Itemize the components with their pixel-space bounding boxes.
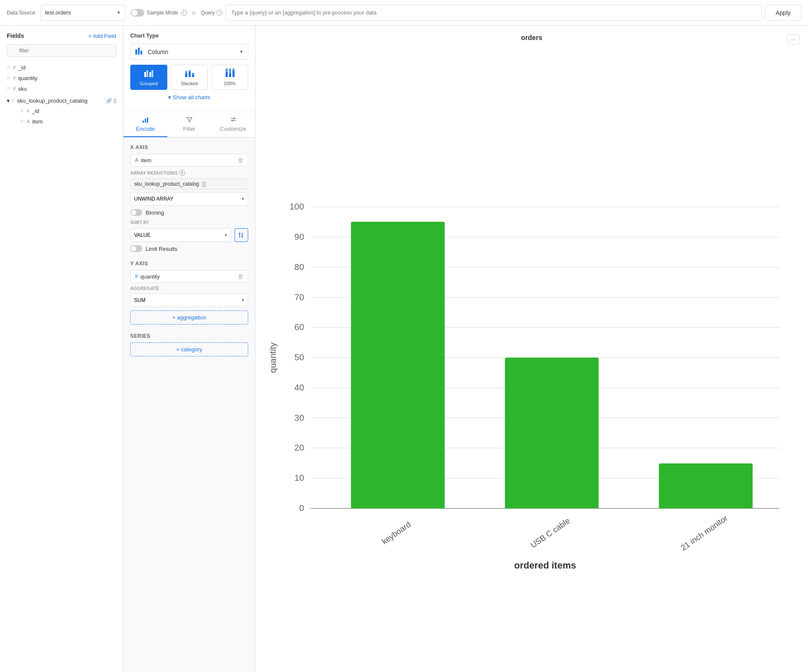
drag-handle-icon: ⠿ (7, 65, 10, 70)
apply-button[interactable]: Apply (765, 5, 801, 21)
column-chart-icon (135, 47, 144, 57)
x-axis-title: X Axis (130, 144, 248, 150)
field-group-children: ⠿ # _id ⠿ A item (7, 106, 116, 127)
svg-text:90: 90 (295, 232, 304, 241)
sort-controls: VALUE FIELD MANUAL (130, 228, 248, 242)
unwind-array-select[interactable]: UNWIND ARRAY FIRST LAST MIN MAX (130, 192, 248, 206)
field-name-sku: sku (18, 86, 116, 92)
x-axis-field-tag: A item 🗑 (130, 154, 248, 167)
filter-wrap: 🔍 (0, 44, 123, 62)
add-field-button[interactable]: + Add Field (89, 33, 116, 39)
svg-rect-11 (192, 75, 194, 77)
bar-monitor (659, 463, 753, 508)
drag-handle-icon: ⠿ (7, 76, 10, 80)
field-item-id[interactable]: ⠿ # _id (0, 62, 123, 73)
svg-rect-4 (146, 70, 148, 77)
chart-type-dropdown[interactable]: Column ▼ (130, 44, 248, 60)
chevron-down-icon: ▼ (117, 10, 121, 15)
array-icon[interactable]: [] (114, 98, 116, 103)
group-collapse-icon: ▾ (7, 98, 10, 104)
svg-text:20: 20 (295, 442, 304, 452)
field-item-group-id[interactable]: ⠿ # _id (14, 106, 116, 116)
series-section: Series + category (130, 333, 248, 356)
svg-rect-12 (192, 73, 194, 75)
y-field-type-icon: # (135, 273, 138, 279)
unwind-array-select-wrap: UNWIND ARRAY FIRST LAST MIN MAX (130, 192, 248, 206)
x-field-type-icon: A (135, 157, 138, 163)
field-type-number-icon: # (13, 86, 16, 91)
tab-filter[interactable]: Filter (167, 112, 211, 137)
svg-rect-0 (135, 49, 137, 55)
array-reductions-info-icon[interactable]: i (179, 170, 185, 176)
chart-subtype-stacked[interactable]: Stacked (171, 65, 208, 90)
chart-subtype-100[interactable]: 100% (211, 65, 248, 90)
arrow-divider-icon: » (192, 9, 196, 17)
drag-handle-icon: ⠿ (20, 119, 23, 124)
datasource-dropdown[interactable]: test.orders ▼ (40, 5, 126, 21)
query-section: Query i Apply (201, 5, 801, 21)
svg-text:USB C cable: USB C cable (529, 516, 571, 550)
svg-rect-9 (189, 72, 191, 77)
bar-usb-cable (505, 358, 599, 508)
field-item-quantity[interactable]: ⠿ # quantity (0, 73, 123, 83)
chevron-icon: ▾ (168, 94, 173, 101)
tab-encode[interactable]: Encode (123, 112, 167, 137)
datasource-value: test.orders (45, 9, 71, 16)
aggregate-title: AGGREGATE (130, 286, 248, 291)
sample-mode-toggle[interactable] (131, 9, 144, 17)
sort-by-select[interactable]: VALUE FIELD MANUAL (130, 228, 231, 242)
x-field-delete-button[interactable]: 🗑 (238, 157, 244, 164)
limit-results-toggle[interactable] (130, 245, 142, 252)
field-name-group-id: _id (32, 108, 109, 114)
array-field-tag: sku_lookup_product_catalog [] (130, 178, 248, 190)
svg-rect-1 (138, 48, 140, 55)
show-all-charts-button[interactable]: ▾ Show all charts (130, 90, 248, 105)
filter-input[interactable] (7, 44, 116, 57)
y-axis-field-tag: # quantity 🗑 (130, 270, 248, 283)
hundred-label: 100% (223, 81, 235, 86)
binning-row: Binning (130, 209, 248, 216)
svg-text:30: 30 (295, 413, 304, 422)
series-title: Series (130, 333, 248, 339)
lookup-icon[interactable]: 🔗 (106, 98, 112, 103)
add-aggregation-button[interactable]: + aggregation (130, 310, 248, 325)
array-field-name: sku_lookup_product_catalog (134, 181, 199, 187)
center-panel: Chart Type Column ▼ Grouped (123, 26, 255, 672)
chart-header: orders ··· (264, 34, 799, 42)
grouped-chart-icon (144, 69, 154, 79)
encode-icon (142, 116, 149, 124)
stacked-label: Stacked (181, 81, 198, 86)
aggregate-select[interactable]: SUM AVG MIN MAX COUNT (130, 293, 248, 307)
binning-toggle[interactable] (130, 209, 142, 216)
add-category-button[interactable]: + category (130, 342, 248, 356)
chart-subtypes: Grouped Stacked 100% (130, 65, 248, 90)
svg-rect-14 (226, 69, 228, 72)
svg-rect-7 (185, 74, 187, 77)
field-item-item[interactable]: ⠿ A item (14, 116, 116, 127)
tab-customize[interactable]: Customize (211, 112, 255, 137)
svg-rect-2 (140, 51, 142, 55)
field-group-header[interactable]: ▾ ⠿ sku_lookup_product_catalog 🔗 [] (7, 96, 116, 106)
chart-area: 100 90 80 70 60 50 40 30 20 10 0 quantit… (264, 45, 799, 663)
field-item-sku[interactable]: ⠿ # sku (0, 83, 123, 94)
svg-text:ordered items: ordered items (514, 560, 576, 571)
svg-rect-16 (229, 69, 231, 74)
chart-panel: orders ··· 100 90 80 70 (255, 26, 808, 672)
chart-subtype-grouped[interactable]: Grouped (130, 65, 167, 90)
svg-text:10: 10 (295, 473, 304, 482)
chart-more-button[interactable]: ··· (787, 34, 799, 45)
sample-mode-section: Sample Mode i (131, 9, 187, 17)
drag-handle-icon: ⠿ (20, 109, 23, 113)
chart-type-title: Chart Type (130, 32, 248, 39)
y-field-name: quantity (140, 273, 235, 280)
svg-text:50: 50 (295, 352, 304, 362)
sort-direction-button[interactable] (235, 228, 248, 242)
y-field-delete-button[interactable]: 🗑 (238, 273, 244, 280)
aggregate-select-wrap: SUM AVG MIN MAX COUNT (130, 293, 248, 307)
bar-keyboard (351, 222, 444, 508)
encode-content: X Axis A item 🗑 ARRAY REDUCTIONS i sku_l… (123, 138, 255, 672)
sample-mode-info-icon[interactable]: i (181, 10, 187, 16)
query-info-icon[interactable]: i (216, 10, 222, 16)
query-input[interactable] (226, 5, 762, 21)
drag-handle-icon: ⠿ (7, 86, 10, 91)
